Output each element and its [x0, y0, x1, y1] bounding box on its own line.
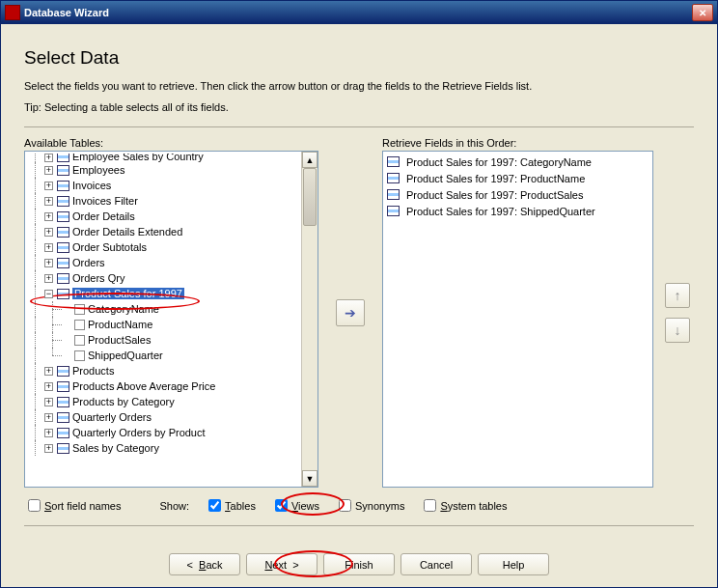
expand-icon[interactable]: +	[44, 243, 53, 252]
transfer-column: ➔	[326, 137, 374, 488]
tree-node-label: Orders	[72, 257, 105, 268]
expand-icon[interactable]: +	[44, 429, 53, 437]
expand-icon[interactable]: +	[44, 212, 53, 221]
move-down-button[interactable]: ↓	[665, 318, 690, 343]
tables-checkbox[interactable]: Tables	[208, 499, 256, 512]
expand-icon[interactable]: +	[44, 154, 53, 162]
tree-node-label: CategoryName	[88, 303, 159, 315]
tree-node[interactable]: +Products	[27, 363, 316, 378]
table-icon	[387, 156, 400, 167]
tree-node-column[interactable]: ProductName	[27, 317, 316, 332]
table-icon	[57, 397, 69, 407]
tree-node[interactable]: +Orders	[27, 255, 316, 270]
expand-icon[interactable]: +	[44, 228, 53, 237]
table-icon	[387, 189, 400, 200]
sort-field-names-checkbox[interactable]: Sort field names	[28, 499, 122, 512]
tree-node[interactable]: +Sales by Category	[27, 440, 316, 456]
retrieve-fields-column: Retrieve Fields in this Order: Product S…	[382, 137, 653, 488]
add-field-button[interactable]: ➔	[336, 299, 365, 326]
tree-node-label: Invoices Filter	[72, 195, 138, 207]
tree-node-label: Employee Sales by Country	[72, 154, 204, 162]
close-button[interactable]: ✕	[692, 4, 713, 21]
expand-icon[interactable]: +	[44, 382, 53, 391]
tree-node-column[interactable]: ProductSales	[27, 332, 316, 348]
retrieve-field-label: Product Sales for 1997: ProductSales	[406, 189, 583, 201]
expand-icon[interactable]: +	[44, 444, 53, 453]
retrieve-field-item[interactable]: Product Sales for 1997: ShippedQuarter	[383, 203, 652, 219]
column-icon	[74, 350, 85, 361]
titlebar: Database Wizard ✕	[1, 1, 717, 24]
tree-node[interactable]: +Quarterly Orders	[27, 409, 316, 425]
help-button[interactable]: Help	[478, 553, 549, 575]
expand-icon[interactable]: +	[44, 413, 53, 422]
back-button[interactable]: < Back	[169, 553, 240, 575]
expand-icon[interactable]: +	[44, 259, 53, 267]
column-icon	[74, 335, 85, 346]
reorder-column: ↑ ↓	[661, 137, 694, 488]
retrieve-field-item[interactable]: Product Sales for 1997: ProductName	[383, 170, 652, 186]
table-icon	[57, 165, 69, 176]
column-icon	[74, 320, 85, 330]
expand-icon[interactable]: +	[44, 398, 53, 406]
expand-icon[interactable]: +	[44, 274, 53, 283]
finish-button[interactable]: Finish	[323, 553, 395, 575]
available-tables-tree[interactable]: +Employee Sales by Country+Employees+Inv…	[24, 151, 318, 488]
table-icon	[387, 173, 400, 183]
cancel-button[interactable]: Cancel	[400, 553, 472, 575]
tree-node-label: Orders Qry	[72, 272, 124, 284]
retrieve-field-label: Product Sales for 1997: ShippedQuarter	[406, 206, 595, 217]
scrollbar[interactable]: ▲ ▼	[301, 152, 318, 487]
table-icon	[57, 196, 69, 207]
available-tables-label: Available Tables:	[24, 137, 318, 149]
tree-node[interactable]: +Invoices	[27, 178, 316, 193]
tree-node-label: Quarterly Orders by Product	[72, 427, 206, 438]
table-icon	[57, 273, 69, 284]
scroll-up-button[interactable]: ▲	[302, 152, 318, 168]
separator	[24, 126, 694, 127]
tree-node-selected[interactable]: −Product Sales for 1997	[27, 286, 316, 301]
show-label: Show:	[160, 500, 190, 512]
tree-node[interactable]: +Orders Qry	[27, 270, 316, 286]
table-icon	[57, 242, 69, 253]
retrieve-field-item[interactable]: Product Sales for 1997: CategoryName	[383, 154, 652, 170]
tree-node[interactable]: +Order Details	[27, 209, 316, 224]
page-title: Select Data	[24, 47, 694, 69]
retrieve-field-item[interactable]: Product Sales for 1997: ProductSales	[383, 186, 652, 203]
expand-icon[interactable]: +	[44, 367, 53, 376]
tree-node[interactable]: +Order Details Extended	[27, 224, 316, 239]
next-button[interactable]: Next >	[246, 553, 318, 575]
instruction-text: Select the fields you want to retrieve. …	[24, 80, 694, 92]
table-icon	[57, 412, 69, 423]
views-checkbox[interactable]: Views	[275, 499, 319, 512]
tree-node-column[interactable]: CategoryName	[27, 301, 316, 317]
tree-node[interactable]: +Products Above Average Price	[27, 378, 316, 394]
table-icon	[57, 211, 69, 222]
app-icon	[5, 5, 20, 20]
retrieve-field-label: Product Sales for 1997: CategoryName	[406, 156, 592, 168]
tree-node-label: Sales by Category	[72, 442, 159, 454]
tree-node[interactable]: +Order Subtotals	[27, 239, 316, 255]
tree-node[interactable]: +Employee Sales by Country	[27, 154, 316, 162]
expand-icon[interactable]: +	[44, 182, 53, 190]
expand-icon[interactable]: +	[44, 197, 53, 206]
tree-node[interactable]: +Employees	[27, 162, 316, 178]
system-tables-checkbox[interactable]: System tables	[424, 499, 507, 512]
arrow-up-icon: ↑	[675, 288, 681, 303]
collapse-icon[interactable]: −	[44, 290, 53, 298]
tree-node[interactable]: +Invoices Filter	[27, 193, 316, 209]
retrieve-fields-list[interactable]: Product Sales for 1997: CategoryNameProd…	[382, 151, 653, 488]
tree-node-label: Products	[72, 365, 114, 377]
scroll-thumb[interactable]	[303, 168, 317, 226]
move-up-button[interactable]: ↑	[665, 283, 690, 308]
synonyms-checkbox[interactable]: Synonyms	[339, 499, 404, 512]
tree-node-label: Order Subtotals	[72, 241, 147, 253]
tree-node-column[interactable]: ShippedQuarter	[27, 348, 316, 363]
expand-icon[interactable]: +	[44, 166, 53, 175]
tree-node[interactable]: +Products by Category	[27, 394, 316, 409]
retrieve-field-label: Product Sales for 1997: ProductName	[406, 173, 585, 184]
scroll-down-button[interactable]: ▼	[302, 470, 318, 487]
table-icon	[57, 258, 69, 268]
tree-node-label: Order Details	[72, 210, 135, 222]
tree-node-label: ProductName	[88, 319, 152, 330]
tree-node[interactable]: +Quarterly Orders by Product	[27, 425, 316, 440]
